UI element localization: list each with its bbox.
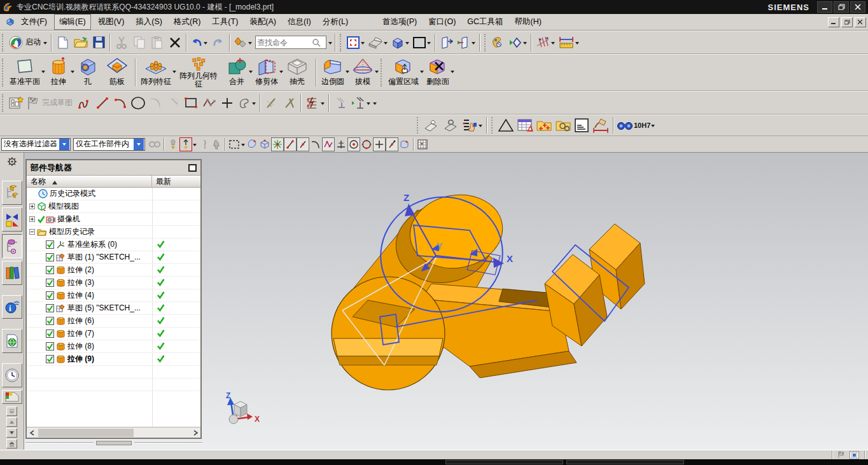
redo-button[interactable] — [209, 34, 227, 52]
column-status[interactable]: 最新 — [152, 176, 200, 187]
offset-region-button[interactable]: 偏置区域 — [386, 55, 424, 90]
toolbar-handle[interactable] — [417, 117, 420, 134]
restore-button[interactable] — [834, 1, 849, 13]
menu-tools[interactable]: 工具(T) — [207, 15, 242, 29]
web-browser-tab[interactable] — [2, 329, 22, 353]
dropdown-caret[interactable] — [375, 71, 379, 75]
doc-restore-button[interactable] — [841, 17, 853, 27]
geometric-constraints-button[interactable] — [304, 94, 326, 112]
background-caret[interactable] — [427, 42, 431, 46]
panel-splitter[interactable] — [25, 440, 202, 445]
menu-file[interactable]: 文件(F) — [17, 15, 52, 29]
scroll-thumb[interactable] — [38, 429, 134, 437]
measure-caret[interactable] — [575, 42, 579, 46]
selection-caret[interactable] — [193, 144, 197, 148]
menu-format[interactable]: 格式(R) — [169, 15, 205, 29]
shaded-view-caret[interactable] — [405, 42, 409, 46]
snap-intersection-toggle[interactable] — [335, 137, 347, 151]
assembly-navigator-tab[interactable] — [2, 181, 22, 205]
visualization-button[interactable] — [507, 34, 529, 52]
checkbox-checked[interactable] — [46, 253, 54, 261]
command-finder-caret[interactable] — [248, 42, 252, 46]
snap-sphere-button[interactable] — [246, 137, 258, 151]
doc-minimize-button[interactable] — [828, 17, 839, 27]
tolerance-binoculars-button[interactable] — [616, 116, 634, 134]
snap-point-toggle[interactable] — [271, 137, 284, 151]
command-search-box[interactable] — [255, 36, 326, 49]
line-button[interactable] — [94, 94, 111, 112]
background-button[interactable] — [411, 34, 433, 52]
tree-row-extrude-9[interactable]: 拉伸 (9) — [27, 353, 200, 366]
history-tab[interactable] — [2, 363, 22, 387]
highlight-selection-button[interactable] — [179, 137, 192, 151]
offset-curve-button[interactable] — [236, 94, 258, 112]
collapse-icon[interactable] — [29, 229, 35, 235]
snap-midpoint-toggle[interactable] — [297, 137, 309, 151]
splitter-grip[interactable] — [96, 441, 132, 445]
extrude-button[interactable]: 拉伸 — [45, 55, 74, 90]
sketch-button[interactable] — [7, 94, 25, 112]
sketch-more-caret[interactable] — [373, 102, 377, 107]
quick-trim-button[interactable] — [263, 94, 281, 112]
palette-tab[interactable] — [2, 390, 22, 404]
hd3d-tools-tab[interactable]: i — [2, 295, 22, 319]
resource-scroll-bottom[interactable] — [6, 439, 17, 448]
information-window-button[interactable] — [573, 116, 591, 134]
edge-blend-button[interactable]: 边倒圆 — [319, 55, 349, 90]
offset-caret[interactable] — [252, 102, 256, 107]
type-filter-dropdown[interactable] — [59, 139, 69, 150]
snap-point-on-curve-toggle[interactable] — [386, 137, 398, 151]
immediate-hide-button[interactable] — [456, 34, 477, 52]
tolerance-value[interactable]: 10H7 — [634, 116, 655, 134]
snap-arc-toggle[interactable] — [309, 137, 322, 151]
tree-row-extrude-6[interactable]: 拉伸 (6) — [27, 315, 200, 328]
toolbar-handle[interactable] — [381, 59, 384, 87]
snap-quadrant-toggle[interactable] — [360, 137, 373, 151]
delete-button[interactable] — [166, 34, 184, 52]
datum-plane-button[interactable]: 基准平面 — [7, 55, 45, 90]
menu-analysis[interactable]: 分析(L) — [318, 15, 353, 29]
studio-spline-button[interactable] — [200, 94, 218, 112]
curve-group-folder-button[interactable] — [554, 116, 573, 134]
tree-row-sketch-1[interactable]: 草图 (1) "SKETCH_... — [27, 251, 200, 264]
command-search-input[interactable] — [257, 38, 312, 47]
column-name[interactable]: 名称 — [27, 176, 152, 187]
marquee-select-button[interactable] — [228, 137, 241, 151]
perpendicular-constraint-button[interactable] — [349, 94, 372, 112]
scope-combo[interactable]: 仅在工作部件内 — [73, 138, 145, 151]
menu-insert[interactable]: 插入(S) — [131, 15, 167, 29]
checkbox-checked[interactable] — [46, 266, 54, 274]
shaded-view-button[interactable] — [389, 34, 411, 52]
navigator-hscrollbar[interactable] — [27, 427, 200, 438]
open-button[interactable] — [72, 34, 90, 52]
snap-existing-point-toggle[interactable] — [373, 137, 386, 151]
checkbox-checked[interactable] — [46, 279, 54, 287]
show-hide-button[interactable] — [438, 34, 456, 52]
constraint-navigator-tab[interactable] — [2, 207, 22, 232]
align-view-caret[interactable] — [551, 42, 555, 46]
perpendicular-caret[interactable] — [367, 102, 370, 107]
render-style-button[interactable] — [367, 34, 389, 52]
window-mode-icon[interactable] — [850, 451, 859, 459]
list-select-button[interactable] — [460, 116, 484, 134]
tree-row-camera[interactable]: 摄像机 — [27, 213, 200, 226]
toolbar-handle[interactable] — [2, 34, 5, 52]
tree-row-extrude-4[interactable]: 拉伸 (4) — [27, 289, 200, 302]
feature-dimension-button[interactable] — [591, 116, 611, 134]
menu-view[interactable]: 视图(V) — [94, 15, 129, 29]
hole-button[interactable]: 孔 — [74, 55, 104, 90]
circle-button[interactable] — [129, 94, 147, 112]
save-button[interactable] — [90, 34, 108, 52]
trim-body-button[interactable]: 修剪体 — [253, 55, 283, 90]
visualization-caret[interactable] — [523, 42, 527, 46]
snap-point-on-face-toggle[interactable] — [398, 137, 411, 151]
model-slot[interactable] — [333, 338, 443, 356]
scroll-left-button[interactable] — [27, 428, 37, 438]
minimize-button[interactable] — [817, 1, 832, 13]
checkbox-checked[interactable] — [46, 291, 54, 300]
tree-row-extrude-7[interactable]: 拉伸 (7) — [27, 328, 200, 340]
profile-button[interactable] — [76, 94, 94, 112]
doc-close-button[interactable] — [855, 17, 866, 27]
search-caret[interactable] — [328, 42, 332, 46]
tree-row-extrude-3[interactable]: 拉伸 (3) — [27, 277, 200, 289]
